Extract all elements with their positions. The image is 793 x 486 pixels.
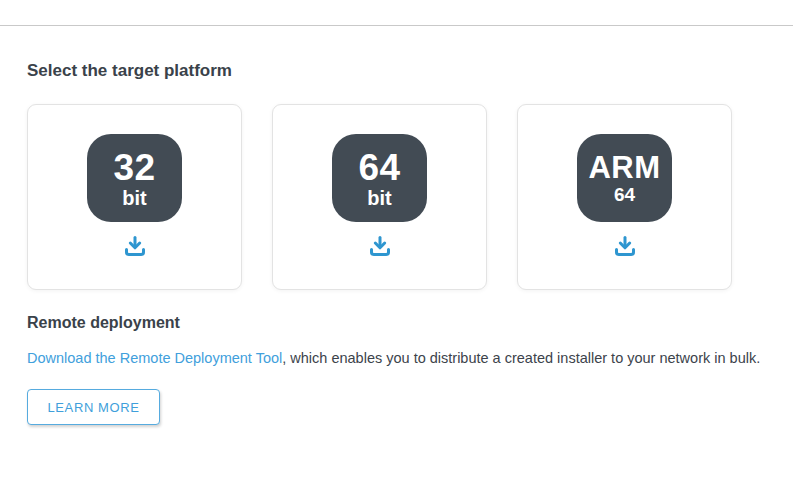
platform-label-primary: ARM: [588, 152, 660, 183]
remote-deployment-description: , which enables you to distribute a crea…: [282, 350, 760, 366]
platform-tile-32bit: 32 bit: [87, 134, 182, 222]
top-divider: [0, 25, 793, 26]
remote-deployment-title: Remote deployment: [27, 314, 180, 332]
platform-tile-64bit: 64 bit: [332, 134, 427, 222]
platform-card-arm64[interactable]: ARM 64: [517, 104, 732, 290]
platform-tile-arm64: ARM 64: [577, 134, 672, 222]
platform-card-64bit[interactable]: 64 bit: [272, 104, 487, 290]
platform-label-secondary: bit: [122, 188, 146, 208]
download-icon: [612, 233, 638, 262]
platform-label-primary: 64: [358, 149, 400, 186]
download-icon: [122, 233, 148, 262]
learn-more-button[interactable]: LEARN MORE: [27, 389, 160, 425]
download-button-64bit[interactable]: [363, 231, 397, 263]
platform-cards: 32 bit 64 bit: [27, 104, 732, 290]
platform-label-secondary: 64: [614, 185, 635, 204]
download-button-32bit[interactable]: [118, 231, 152, 263]
download-icon: [367, 233, 393, 262]
section-title: Select the target platform: [27, 61, 232, 81]
remote-deployment-text: Download the Remote Deployment Tool, whi…: [27, 350, 760, 366]
platform-label-secondary: bit: [367, 188, 391, 208]
platform-label-primary: 32: [113, 149, 155, 186]
download-button-arm64[interactable]: [608, 231, 642, 263]
remote-deployment-tool-link[interactable]: Download the Remote Deployment Tool: [27, 350, 282, 366]
platform-card-32bit[interactable]: 32 bit: [27, 104, 242, 290]
